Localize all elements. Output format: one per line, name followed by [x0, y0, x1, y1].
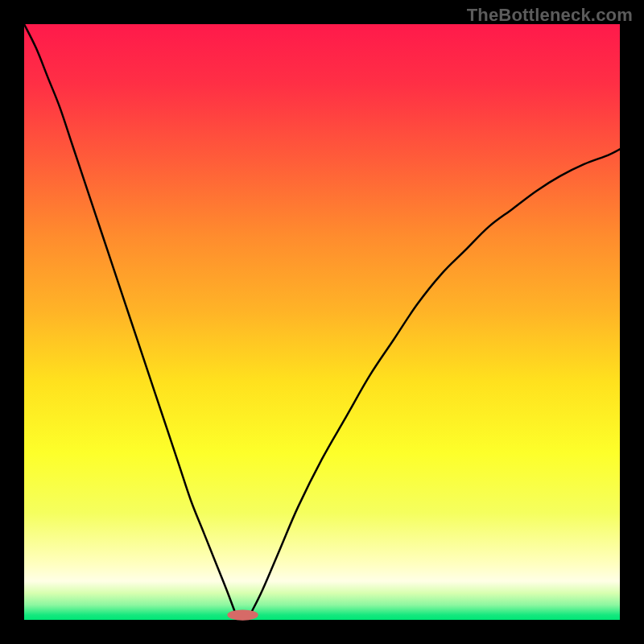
- plot-background: [24, 24, 620, 620]
- bottleneck-chart: [0, 0, 644, 644]
- valley-marker: [227, 609, 258, 620]
- chart-frame: TheBottleneck.com: [0, 0, 644, 644]
- watermark-text: TheBottleneck.com: [467, 5, 633, 26]
